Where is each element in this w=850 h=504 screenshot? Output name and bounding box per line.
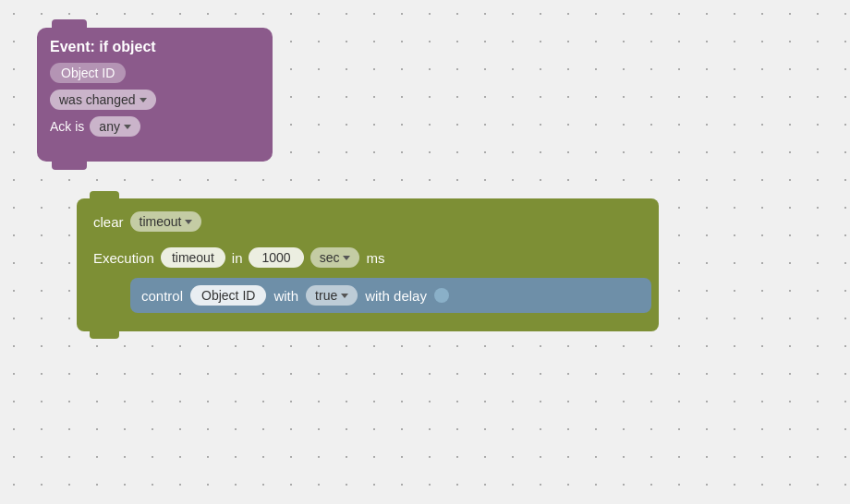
execution-value-pill: 1000 [249,247,303,268]
ack-any-dropdown[interactable]: any [90,116,140,137]
chevron-down-icon [140,98,147,102]
chevron-down-icon [341,294,348,298]
sec-label: sec [320,250,340,265]
with-label: with [273,288,298,304]
was-changed-label: was changed [59,92,136,107]
control-block: control Object ID with true with delay [130,278,651,313]
in-label: in [232,250,243,266]
ms-label: ms [366,250,384,266]
chevron-down-icon [185,220,192,224]
event-block-title: Event: if object [50,39,260,55]
timeout-label: timeout [140,214,182,229]
control-object-id-pill: Object ID [190,285,266,306]
was-changed-dropdown[interactable]: was changed [50,90,156,110]
sec-dropdown[interactable]: sec [310,247,360,268]
true-dropdown[interactable]: true [306,285,358,306]
chevron-down-icon [343,256,350,260]
with-delay-indicator [434,288,449,303]
olive-wrapper-block: clear timeout Execution timeout in 1000 … [77,198,659,331]
clear-timeout-row: clear timeout [84,206,651,237]
with-delay-label: with delay [365,288,427,304]
clear-label: clear [93,214,124,230]
event-block: Event: if object Object ID was changed A… [37,28,273,162]
execution-timeout-pill: timeout [161,247,225,268]
any-label: any [99,119,120,134]
object-id-pill: Object ID [50,63,126,83]
ack-label: Ack is [50,119,84,134]
control-label: control [141,288,183,304]
execution-row: Execution timeout in 1000 sec ms [84,242,651,273]
true-label: true [315,288,337,303]
timeout-dropdown[interactable]: timeout [130,211,202,232]
chevron-down-icon [124,125,131,129]
execution-label: Execution [93,250,154,266]
